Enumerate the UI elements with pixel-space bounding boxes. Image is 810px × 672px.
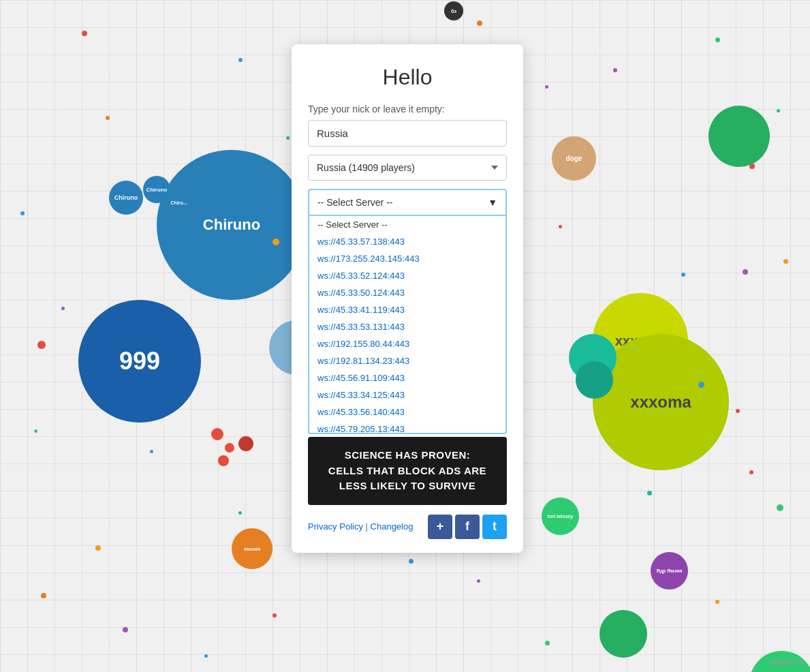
game-dot bbox=[698, 382, 704, 388]
game-dot bbox=[82, 31, 87, 36]
game-circle-player: Ядр Ямэяя bbox=[651, 552, 688, 590]
game-dot-large bbox=[218, 455, 229, 466]
game-dot bbox=[647, 491, 652, 495]
game-dot bbox=[150, 450, 153, 453]
game-dot bbox=[749, 470, 753, 474]
game-dot bbox=[37, 341, 46, 349]
footer-separator: | bbox=[366, 521, 371, 532]
server-option[interactable]: -- Select Server -- bbox=[309, 216, 505, 233]
game-dot bbox=[545, 85, 548, 89]
game-circle-green2 bbox=[599, 610, 647, 658]
game-dot bbox=[613, 68, 617, 72]
game-dot bbox=[736, 409, 740, 413]
dropdown-arrow-icon: ▼ bbox=[488, 197, 497, 208]
game-dot bbox=[477, 20, 482, 26]
server-option[interactable]: ws://45.33.56.140:443 bbox=[309, 403, 505, 421]
server-option[interactable]: ws://45.79.205.13:443 bbox=[309, 421, 505, 434]
server-select-label: -- Select Server -- bbox=[317, 197, 392, 208]
footer-links: Privacy Policy | Changelog bbox=[308, 521, 413, 532]
game-dot bbox=[20, 211, 25, 215]
game-dot bbox=[681, 273, 685, 277]
game-dot bbox=[238, 511, 242, 515]
server-option[interactable]: ws://192.155.80.44:443 bbox=[309, 335, 505, 352]
share-icon: + bbox=[437, 519, 444, 534]
server-option[interactable]: ws://45.33.41.119:443 bbox=[309, 301, 505, 318]
changelog-link[interactable]: Changelog bbox=[371, 521, 414, 532]
watermark: pikabu.ru bbox=[771, 657, 805, 667]
game-circle-doge: doge bbox=[552, 136, 596, 181]
game-dot bbox=[106, 116, 110, 120]
game-dot bbox=[272, 239, 279, 245]
server-option[interactable]: ws://45.33.34.125:443 bbox=[309, 386, 505, 403]
game-dot bbox=[783, 259, 788, 264]
game-dot bbox=[715, 37, 720, 42]
server-option[interactable]: ws://45.33.53.131:443 bbox=[309, 318, 505, 335]
game-dot bbox=[123, 627, 128, 632]
server-option[interactable]: ws://173.255.243.145:443 bbox=[309, 250, 505, 267]
server-option[interactable]: ws://192.81.134.23:443 bbox=[309, 352, 505, 369]
facebook-button[interactable]: f bbox=[455, 515, 480, 539]
game-circle-tori: tori letosey bbox=[542, 498, 579, 535]
game-dot bbox=[34, 429, 37, 433]
server-option[interactable]: ws://45.33.57.138:443 bbox=[309, 233, 505, 250]
game-dot bbox=[272, 613, 277, 617]
server-option[interactable]: ws://45.33.52.124:443 bbox=[309, 267, 505, 284]
game-circle-orange: ямэяя bbox=[232, 528, 272, 569]
server-select-wrapper: -- Select Server -- ▼ -- Select Server -… bbox=[308, 189, 507, 434]
server-select-toggle[interactable]: -- Select Server -- ▼ bbox=[308, 189, 507, 216]
game-dot bbox=[545, 641, 550, 645]
twitter-button[interactable]: t bbox=[482, 515, 507, 539]
game-dot-large bbox=[211, 428, 223, 440]
game-dot bbox=[777, 109, 780, 112]
nick-label: Type your nick or leave it empty: bbox=[308, 104, 507, 114]
modal-footer: Privacy Policy | Changelog + f t bbox=[308, 515, 507, 539]
game-dot bbox=[743, 269, 748, 275]
game-dot bbox=[95, 545, 101, 551]
game-dot bbox=[204, 654, 208, 658]
game-dot bbox=[41, 593, 46, 598]
game-dot bbox=[286, 136, 290, 140]
game-dot bbox=[61, 307, 65, 310]
server-dropdown-list[interactable]: -- Select Server --ws://45.33.57.138:443… bbox=[308, 216, 507, 434]
game-circle-small: Chiruno bbox=[109, 181, 143, 215]
ad-banner: SCIENCE HAS PROVEN:CELLS THAT BLOCK ADS … bbox=[308, 437, 507, 505]
game-circle-small: Chiruno bbox=[143, 176, 170, 203]
privacy-policy-link[interactable]: Privacy Policy bbox=[308, 521, 363, 532]
game-circle-999: 999 bbox=[78, 300, 201, 423]
social-buttons: + f t bbox=[428, 515, 507, 539]
game-dot-large bbox=[238, 436, 253, 451]
server-option[interactable]: ws://45.56.91.109:443 bbox=[309, 369, 505, 386]
server-option[interactable]: ws://45.33.50.124:443 bbox=[309, 284, 505, 301]
share-button[interactable]: + bbox=[428, 515, 452, 539]
game-circle-small: Chiru... bbox=[167, 191, 191, 215]
game-circle-green bbox=[708, 106, 770, 167]
game-dot bbox=[559, 225, 562, 228]
login-modal: Hello Type your nick or leave it empty: … bbox=[292, 44, 523, 553]
game-dot bbox=[477, 579, 480, 583]
facebook-icon: f bbox=[465, 519, 469, 534]
game-dot bbox=[777, 504, 783, 511]
nick-input[interactable] bbox=[308, 120, 507, 147]
game-dot bbox=[238, 58, 243, 62]
region-select[interactable]: Russia (14909 players) bbox=[308, 155, 507, 181]
modal-title: Hello bbox=[308, 65, 507, 90]
twitter-icon: t bbox=[493, 519, 497, 534]
game-circle-dark: бэ bbox=[444, 1, 463, 20]
game-dot-large bbox=[225, 443, 234, 453]
game-circle-chiruno: Chiruno bbox=[157, 150, 307, 300]
game-circle-teal2 bbox=[576, 361, 613, 399]
game-dot bbox=[409, 559, 414, 564]
game-dot bbox=[715, 600, 719, 604]
